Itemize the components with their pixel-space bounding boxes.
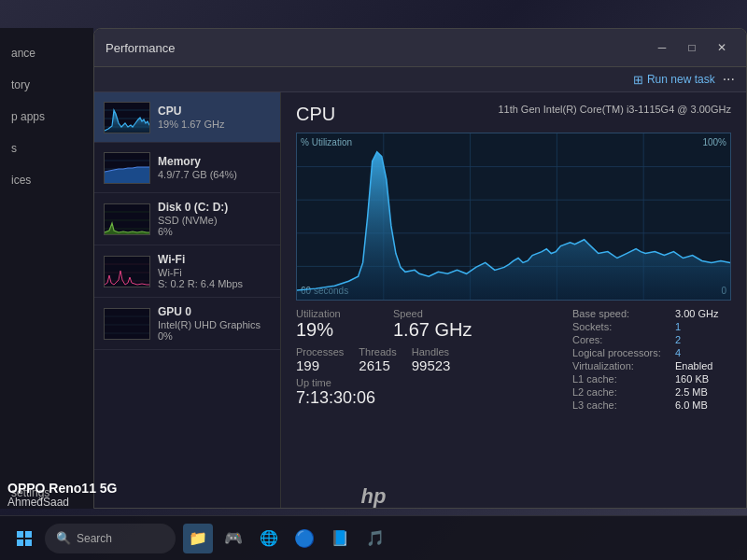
cpu-panel-subtitle: 11th Gen Intel(R) Core(TM) i3-1115G4 @ 3… [498,104,731,115]
processes-stat: Processes 199 [296,346,344,373]
gpu-item-name: GPU 0 [158,305,271,318]
threads-stat: Threads 2615 [359,346,396,373]
device-name: OPPO Reno11 5G [7,481,117,496]
cpu-mini-chart [104,102,150,133]
disk-item-detail: SSD (NVMe) 6% [158,215,271,237]
uptime-label: Up time [296,377,557,388]
search-icon: 🔍 [56,531,71,545]
l3-value: 6.0 MB [675,399,708,411]
disk-item-info: Disk 0 (C: D:) SSD (NVMe) 6% [158,201,271,237]
memory-item-name: Memory [158,155,271,168]
gpu-item-info: GPU 0 Intel(R) UHD Graphics 0% [158,305,271,342]
base-speed-label: Base speed: [572,308,675,319]
titlebar-left: Performance [106,41,175,55]
sidebar-item-wifi[interactable]: Wi-Fi Wi-Fi S: 0.2 R: 6.4 Mbps [94,245,280,298]
sidebar-item-cpu[interactable]: CPU 19% 1.67 GHz [94,92,280,143]
handles-value: 99523 [412,357,451,373]
svg-rect-24 [17,531,23,538]
cpu-detail-panel: CPU 11th Gen Intel(R) Core(TM) i3-1115G4… [281,92,746,508]
memory-item-detail: 4.9/7.7 GB (64%) [158,169,271,180]
start-button[interactable] [7,522,41,555]
threads-label: Threads [359,346,396,357]
sidebar-item-memory[interactable]: Memory 4.9/7.7 GB (64%) [94,143,280,193]
cpu-item-name: CPU [158,105,271,118]
window-title: Performance [106,41,175,55]
virt-value: Enabled [675,360,712,371]
wifi-item-name: Wi-Fi [158,253,271,266]
far-left-nav: ance tory p apps s ices settings [0,28,93,509]
threads-value: 2615 [359,357,396,373]
maximize-button[interactable]: □ [679,36,705,59]
device-info: OPPO Reno11 5G AhmedSaad [7,481,117,509]
wifi-item-detail: Wi-Fi S: 0.2 R: 6.4 Mbps [158,267,271,289]
taskbar-icon-1[interactable]: 🎮 [218,524,248,553]
title-bar: Performance ─ □ ✕ [94,29,746,67]
virt-label: Virtualization: [572,360,675,371]
task-manager-window: Performance ─ □ ✕ ⊞ Run new task ··· [93,28,747,509]
memory-mini-chart [104,152,150,184]
l3-label: L3 cache: [572,399,675,411]
disk-mini-chart [104,203,150,235]
sidebar-item-disk[interactable]: Disk 0 (C: D:) SSD (NVMe) 6% [94,193,280,245]
cores-value: 2 [675,334,681,345]
taskbar-icon-3[interactable]: 🔵 [289,524,319,553]
run-task-icon: ⊞ [633,73,643,87]
nav-item-ance[interactable]: ance [0,37,93,69]
cpu-chart: % Utilization 100% 60 seconds 0 [296,133,731,301]
taskbar-icon-2[interactable]: 🌐 [254,524,284,553]
wifi-item-info: Wi-Fi Wi-Fi S: 0.2 R: 6.4 Mbps [158,253,271,289]
run-new-task-label: Run new task [647,73,715,86]
speed-stat: Speed 1.67 GHz [393,308,472,341]
nav-item-tory[interactable]: tory [0,69,93,101]
main-content: CPU 19% 1.67 GHz Memory 4.9/7.7 GB (64 [94,92,746,508]
taskbar: 🔍 Search 📁 🎮 🌐 🔵 📘 🎵 [0,515,747,560]
sockets-value: 1 [675,321,681,332]
utilization-label: Utilization [296,308,371,319]
processes-value: 199 [296,357,344,373]
stats-right: Base speed: 3.00 GHz Sockets: 1 Cores: 2… [572,308,718,413]
cores-label: Cores: [572,334,675,345]
close-button[interactable]: ✕ [709,36,735,59]
l2-value: 2.5 MB [675,386,708,398]
uptime-stat: Up time 7:13:30:06 [296,377,557,408]
utilization-value: 19% [296,319,371,341]
l1-label: L1 cache: [572,373,675,385]
taskbar-search[interactable]: 🔍 Search [45,524,176,553]
nav-item-apps[interactable]: p apps [0,101,93,133]
sidebar-item-gpu[interactable]: GPU 0 Intel(R) UHD Graphics 0% [94,298,280,350]
base-speed-value: 3.00 GHz [675,308,718,319]
gpu-mini-chart [104,308,150,340]
sockets-label: Sockets: [572,321,675,332]
handles-label: Handles [412,346,451,357]
l1-value: 160 KB [675,373,709,385]
logical-label: Logical processors: [572,347,675,358]
svg-rect-25 [25,531,32,538]
taskbar-icon-5[interactable]: 🎵 [360,524,390,553]
minimize-button[interactable]: ─ [649,36,675,59]
logical-value: 4 [675,347,681,358]
more-options-button[interactable]: ··· [723,71,735,88]
nav-item-s[interactable]: s [0,133,93,164]
sidebar: CPU 19% 1.67 GHz Memory 4.9/7.7 GB (64 [94,92,281,508]
processes-label: Processes [296,346,344,357]
search-label: Search [77,532,112,545]
speed-value: 1.67 GHz [393,319,472,341]
cpu-item-info: CPU 19% 1.67 GHz [158,105,271,130]
user-name: AhmedSaad [7,496,117,509]
memory-item-info: Memory 4.9/7.7 GB (64%) [158,155,271,180]
run-new-task-button[interactable]: ⊞ Run new task [633,73,715,87]
svg-rect-27 [25,539,32,546]
stats-left: Utilization 19% Speed 1.67 GHz Processes… [296,308,557,413]
taskbar-icons: 📁 🎮 🌐 🔵 📘 🎵 [183,524,390,553]
taskbar-icon-file[interactable]: 📁 [183,524,213,553]
gpu-item-detail: Intel(R) UHD Graphics 0% [158,319,271,342]
titlebar-right: ─ □ ✕ [649,36,735,59]
cpu-header: CPU 11th Gen Intel(R) Core(TM) i3-1115G4… [296,104,731,125]
cpu-panel-title: CPU [296,104,335,125]
nav-item-ices[interactable]: ices [0,164,93,196]
taskbar-icon-4[interactable]: 📘 [325,524,355,553]
cpu-item-detail: 19% 1.67 GHz [158,119,271,130]
svg-rect-26 [17,539,23,546]
svg-marker-23 [297,152,730,300]
wifi-mini-chart [104,256,150,287]
